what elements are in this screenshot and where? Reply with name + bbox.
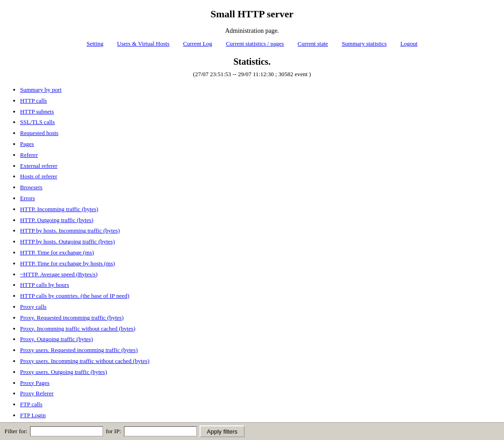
list-item: SSL/TLS calls bbox=[20, 117, 495, 128]
filter-bar: Filter for: for IP: Apply filters bbox=[0, 422, 504, 440]
stat-link[interactable]: HTTP by hosts. Incomming traffic (bytes) bbox=[20, 227, 120, 234]
list-item: Referer bbox=[20, 150, 495, 160]
stat-link[interactable]: Summary by port bbox=[20, 86, 62, 93]
list-item: ~HTTP. Average speed (Bytes/s) bbox=[20, 269, 495, 280]
stat-link[interactable]: Referer bbox=[20, 151, 38, 158]
list-item: Proxy. Incomming traffic without cached … bbox=[20, 323, 495, 334]
list-item: External referer bbox=[20, 160, 495, 171]
nav-link[interactable]: Summary statistics bbox=[342, 40, 387, 47]
list-item: Proxy. Outgoing traffic (bytes) bbox=[20, 334, 495, 345]
list-item: HTTP subnets bbox=[20, 106, 495, 117]
stat-link[interactable]: Proxy. Requested incomming traffic (byte… bbox=[20, 314, 123, 321]
stat-link[interactable]: Proxy users. Requested incomming traffic… bbox=[20, 347, 138, 353]
statistics-title: Statistics. bbox=[9, 57, 495, 67]
stat-link[interactable]: SSL/TLS calls bbox=[20, 119, 55, 125]
page-title: Small HTTP server bbox=[9, 8, 495, 20]
stat-link[interactable]: Proxy users. Incomming traffic without c… bbox=[20, 357, 149, 364]
list-item: Proxy Pages bbox=[20, 378, 495, 388]
stat-link[interactable]: HTTP. Outgoing traffic (bytes) bbox=[20, 217, 93, 223]
list-item: Hosts of referer bbox=[20, 171, 495, 182]
list-item: HTTP. Outgoing traffic (bytes) bbox=[20, 215, 495, 226]
stat-link[interactable]: Proxy users. Outgoing traffic (bytes) bbox=[20, 368, 107, 375]
list-item: Proxy users. Requested incomming traffic… bbox=[20, 345, 495, 356]
nav-link[interactable]: Current statistics / pages bbox=[226, 40, 284, 47]
list-item: Proxy users. Incomming traffic without c… bbox=[20, 356, 495, 367]
list-item: HTTP by hosts. Outgoing traffic (bytes) bbox=[20, 236, 495, 247]
list-item: Proxy Referer bbox=[20, 388, 495, 399]
stat-link[interactable]: HTTP calls by hours bbox=[20, 281, 69, 288]
stat-link[interactable]: Proxy calls bbox=[20, 303, 46, 310]
nav-link[interactable]: Users & Virtual Hosts bbox=[117, 40, 170, 47]
nav-link[interactable]: Logout bbox=[400, 40, 417, 47]
stat-link[interactable]: ~HTTP. Average speed (Bytes/s) bbox=[20, 271, 98, 278]
stat-link[interactable]: Browsers bbox=[20, 184, 42, 191]
list-item: HTTP calls by countries. (the base of IP… bbox=[20, 290, 495, 301]
stat-link[interactable]: Hosts of referer bbox=[20, 173, 57, 180]
apply-filters-button[interactable]: Apply filters bbox=[200, 425, 245, 437]
for-ip-label: for IP: bbox=[106, 428, 121, 435]
date-range: (27/07 23:51:53 -- 29/07 11:12:30 ; 3058… bbox=[9, 71, 495, 78]
for-ip-input[interactable] bbox=[124, 426, 197, 436]
list-item: Pages bbox=[20, 139, 495, 150]
list-item: Browsers bbox=[20, 182, 495, 193]
stat-link[interactable]: HTTP by hosts. Outgoing traffic (bytes) bbox=[20, 238, 115, 245]
filter-for-label: Filter for: bbox=[5, 428, 27, 435]
stat-link[interactable]: Errors bbox=[20, 195, 35, 202]
stat-link[interactable]: External referer bbox=[20, 162, 57, 169]
stat-link[interactable]: HTTP. Incomming traffic (bytes) bbox=[20, 206, 98, 212]
stat-link[interactable]: Proxy Pages bbox=[20, 379, 50, 386]
list-item: Proxy calls bbox=[20, 301, 495, 312]
list-item: HTTP calls bbox=[20, 95, 495, 106]
stat-link[interactable]: Requested hosts bbox=[20, 129, 58, 136]
list-item: FTP Login bbox=[20, 410, 495, 421]
filter-for-input[interactable] bbox=[30, 426, 103, 436]
nav-link[interactable]: Current state bbox=[298, 40, 328, 47]
nav-link[interactable]: Setting bbox=[87, 40, 103, 47]
list-item: Requested hosts bbox=[20, 128, 495, 139]
admin-label: Administration page. bbox=[9, 27, 495, 35]
list-item: HTTP. Time for exchange (ms) bbox=[20, 247, 495, 258]
list-item: HTTP. Incomming traffic (bytes) bbox=[20, 204, 495, 215]
stat-link[interactable]: HTTP. Time for exchange by hosts (ms) bbox=[20, 260, 115, 267]
stat-link[interactable]: HTTP. Time for exchange (ms) bbox=[20, 249, 94, 256]
list-item: Summary by port bbox=[20, 84, 495, 95]
list-item: FTP calls bbox=[20, 399, 495, 410]
stat-link[interactable]: HTTP subnets bbox=[20, 108, 54, 115]
list-item: Errors bbox=[20, 193, 495, 204]
list-item: HTTP calls by hours bbox=[20, 280, 495, 290]
stat-link[interactable]: Proxy. Incomming traffic without cached … bbox=[20, 325, 135, 332]
stat-link[interactable]: Proxy Referer bbox=[20, 390, 53, 397]
stat-link[interactable]: FTP Login bbox=[20, 412, 46, 419]
nav-link[interactable]: Current Log bbox=[183, 40, 212, 47]
list-item: HTTP. Time for exchange by hosts (ms) bbox=[20, 258, 495, 269]
list-item: HTTP by hosts. Incomming traffic (bytes) bbox=[20, 225, 495, 236]
stat-link[interactable]: FTP calls bbox=[20, 401, 42, 408]
stat-link[interactable]: Proxy. Outgoing traffic (bytes) bbox=[20, 336, 93, 342]
list-item: Proxy. Requested incomming traffic (byte… bbox=[20, 312, 495, 323]
stat-list: Summary by portHTTP callsHTTP subnetsSSL… bbox=[9, 84, 495, 440]
stat-link[interactable]: HTTP calls bbox=[20, 97, 47, 104]
list-item: Proxy users. Outgoing traffic (bytes) bbox=[20, 367, 495, 378]
stat-link[interactable]: Pages bbox=[20, 140, 34, 147]
stat-link[interactable]: HTTP calls by countries. (the base of IP… bbox=[20, 292, 129, 299]
nav-bar: SettingUsers & Virtual HostsCurrent LogC… bbox=[9, 40, 495, 47]
